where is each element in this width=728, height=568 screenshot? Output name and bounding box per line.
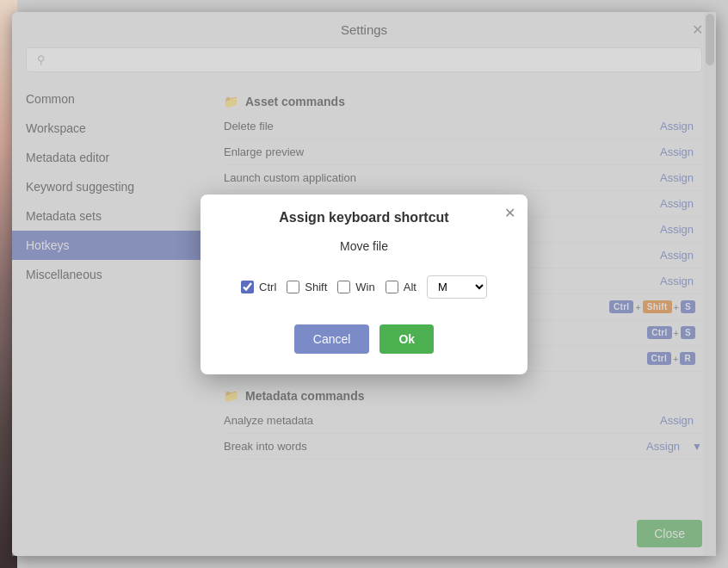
modal-close-button[interactable]: ✕ xyxy=(504,207,515,220)
alt-label: Alt xyxy=(404,281,416,293)
modal-dialog: Assign keyboard shortcut ✕ Move file Ctr… xyxy=(201,194,527,374)
alt-checkbox[interactable] xyxy=(386,281,398,293)
cancel-button[interactable]: Cancel xyxy=(294,324,370,354)
win-modifier: Win xyxy=(337,281,374,293)
key-select[interactable]: M A B C D E F G H I J K L N O P Q xyxy=(427,275,487,299)
settings-window: Settings ✕ ⚲ Common Workspace Metadata e… xyxy=(12,12,716,556)
modal-footer: Cancel Ok xyxy=(201,316,527,374)
ctrl-label: Ctrl xyxy=(259,281,276,293)
ctrl-modifier: Ctrl xyxy=(241,281,276,293)
modal-title: Assign keyboard shortcut xyxy=(279,210,448,225)
modal-shortcut-row: Ctrl Shift Win Alt xyxy=(201,267,527,316)
ok-button[interactable]: Ok xyxy=(379,324,434,354)
modal-overlay: Assign keyboard shortcut ✕ Move file Ctr… xyxy=(12,12,716,556)
shift-modifier: Shift xyxy=(287,281,327,293)
shift-label: Shift xyxy=(305,281,327,293)
shift-checkbox[interactable] xyxy=(287,281,299,293)
modal-subtitle: Move file xyxy=(201,234,527,267)
modal-header: Assign keyboard shortcut ✕ xyxy=(201,194,527,234)
ctrl-checkbox[interactable] xyxy=(241,281,254,293)
alt-modifier: Alt xyxy=(386,281,416,293)
win-label: Win xyxy=(355,281,374,293)
win-checkbox[interactable] xyxy=(337,281,350,293)
